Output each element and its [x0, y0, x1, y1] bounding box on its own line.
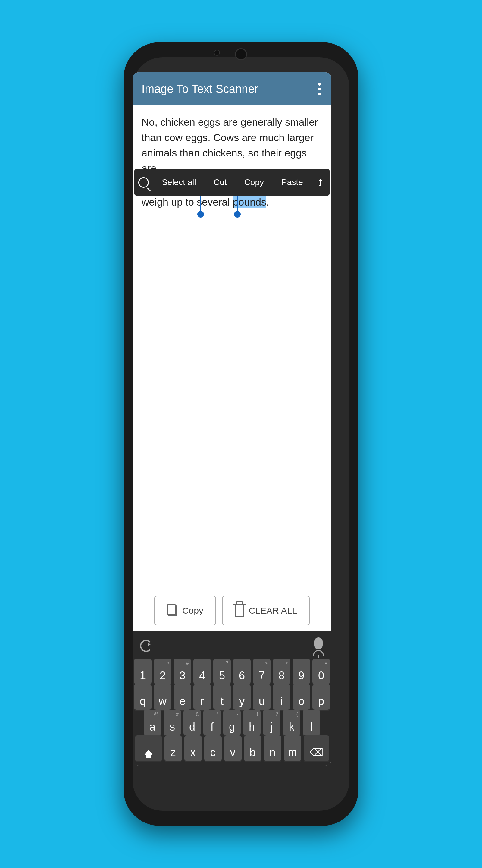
key-8[interactable]: >8 [273, 658, 290, 684]
scanned-text[interactable]: No, chicken eggs are generally smaller t… [141, 115, 322, 176]
copy-button-label: Copy [182, 606, 203, 616]
cut-button[interactable]: Cut [209, 175, 231, 190]
backspace-key[interactable]: ⌫ [304, 735, 329, 761]
key-w[interactable]: w [154, 684, 171, 710]
phone-camera [235, 48, 247, 60]
shift-key[interactable] [135, 735, 162, 761]
search-icon[interactable] [138, 177, 149, 188]
paste-button[interactable]: Paste [277, 175, 308, 190]
more-dot-2 [318, 88, 321, 90]
key-x[interactable]: x [184, 735, 202, 761]
select-all-button[interactable]: Select all [157, 175, 201, 190]
number-row: 1 ৎ2 #3 4 ?5 6 <7 >8 +9 =0 [134, 658, 330, 684]
copy-button[interactable]: Copy [240, 175, 268, 190]
key-g[interactable]: -g [223, 710, 241, 735]
key-o[interactable]: o [292, 684, 310, 710]
key-9[interactable]: +9 [292, 658, 310, 684]
asdf-row: @a #s &d *f -g !h ?j (k l [134, 710, 330, 735]
key-m[interactable]: m [284, 735, 301, 761]
share-icon[interactable]: ⮭ [316, 177, 326, 188]
copy-action-button[interactable]: Copy [154, 596, 216, 625]
key-a[interactable]: @a [144, 710, 161, 735]
key-e[interactable]: e [174, 684, 191, 710]
key-5[interactable]: ?5 [213, 658, 231, 684]
key-k[interactable]: (k [283, 710, 300, 735]
backspace-icon: ⌫ [310, 747, 323, 758]
text-after-end: . [266, 196, 269, 208]
refresh-icon[interactable] [140, 640, 152, 652]
more-menu-button[interactable] [317, 82, 322, 97]
key-r[interactable]: r [193, 684, 211, 710]
key-i[interactable]: i [273, 684, 290, 710]
key-s[interactable]: #s [164, 710, 181, 735]
qwerty-row: q w e r t y u i o p [134, 684, 330, 710]
key-q[interactable]: q [134, 684, 152, 710]
key-7[interactable]: <7 [253, 658, 270, 684]
keyboard: 1 ৎ2 #3 4 ?5 6 <7 >8 +9 =0 q w e r t y u… [133, 631, 331, 766]
key-2[interactable]: ৎ2 [154, 658, 171, 684]
key-l[interactable]: l [303, 710, 320, 735]
key-p[interactable]: p [312, 684, 330, 710]
microphone-icon[interactable] [313, 638, 324, 654]
more-dot-1 [318, 83, 321, 86]
key-j[interactable]: ?j [263, 710, 281, 735]
key-6[interactable]: 6 [233, 658, 251, 684]
key-y[interactable]: y [233, 684, 251, 710]
key-1[interactable]: 1 [134, 658, 152, 684]
key-v[interactable]: v [224, 735, 242, 761]
selection-handle-right[interactable] [234, 211, 241, 218]
zxcv-row: z x c v b n m ⌫ [134, 735, 330, 761]
clear-all-button[interactable]: CLEAR ALL [222, 596, 310, 625]
more-dot-3 [318, 93, 321, 95]
app-bar: Image To Text Scanner [133, 72, 331, 105]
key-z[interactable]: z [164, 735, 182, 761]
text-before: No, chicken eggs are generally smaller t… [141, 116, 318, 174]
key-4[interactable]: 4 [193, 658, 211, 684]
action-buttons-row: Copy CLEAR ALL [133, 590, 331, 631]
content-area: No, chicken eggs are generally smaller t… [133, 105, 331, 590]
selection-handle-left[interactable] [197, 211, 204, 218]
key-d[interactable]: &d [184, 710, 201, 735]
key-b[interactable]: b [244, 735, 261, 761]
key-t[interactable]: t [213, 684, 231, 710]
key-0[interactable]: =0 [312, 658, 330, 684]
phone-screen: Image To Text Scanner No, chicken eggs a… [133, 72, 331, 766]
trash-icon [235, 604, 244, 617]
clear-all-button-label: CLEAR ALL [249, 606, 297, 616]
phone-frame: Image To Text Scanner No, chicken eggs a… [124, 42, 358, 826]
key-3[interactable]: #3 [174, 658, 191, 684]
phone-speaker [214, 50, 220, 56]
app-title: Image To Text Scanner [141, 83, 258, 96]
key-f[interactable]: *f [203, 710, 221, 735]
key-n[interactable]: n [264, 735, 281, 761]
context-menu: Select all Cut Copy Paste ⮭ [134, 169, 330, 196]
key-u[interactable]: u [253, 684, 270, 710]
keyboard-toolbar [134, 634, 330, 658]
key-c[interactable]: c [204, 735, 222, 761]
copy-icon [167, 604, 178, 617]
key-h[interactable]: !h [243, 710, 261, 735]
